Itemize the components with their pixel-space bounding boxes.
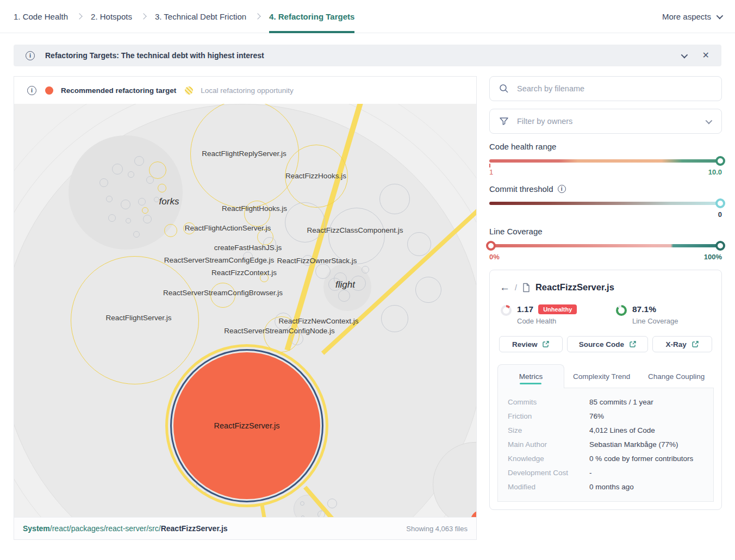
- source-code-button[interactable]: Source Code: [567, 336, 648, 352]
- file-bubble[interactable]: [317, 511, 325, 517]
- file-bubble[interactable]: [164, 224, 177, 237]
- metrics-panel: Commits85 commits / 1 yearFriction76%Siz…: [497, 388, 714, 502]
- selected-bubble-reactfizzserver[interactable]: ReactFizzServer.js: [165, 344, 328, 507]
- back-arrow-icon[interactable]: ←: [500, 282, 510, 293]
- owners-filter-placeholder: Filter by owners: [517, 117, 698, 126]
- commit-threshold-label: Commit threshold: [489, 184, 553, 194]
- package-label: flight: [335, 279, 355, 290]
- legend-local-label: Local refactoring opportunity: [201, 86, 293, 95]
- info-icon[interactable]: [26, 51, 35, 60]
- legend-recommended: Recommended refactoring target: [45, 86, 176, 95]
- commit-threshold-handle[interactable]: [715, 198, 725, 208]
- file-bubble[interactable]: [121, 200, 130, 209]
- code-health-range-label: Code health range: [489, 142, 722, 151]
- nav-refactoring-targets[interactable]: 4. Refactoring Targets: [269, 0, 354, 33]
- metric-label: Modified: [508, 483, 589, 491]
- file-bubble[interactable]: [108, 214, 116, 222]
- file-bubble[interactable]: [143, 215, 152, 223]
- file-bubble[interactable]: [138, 198, 146, 206]
- file-label[interactable]: ReactServerStreamConfigBrowser.js: [163, 289, 283, 297]
- file-bubble[interactable]: [99, 178, 108, 187]
- legend-info-icon[interactable]: [27, 86, 36, 95]
- legend-recommended-label: Recommended refactoring target: [61, 86, 176, 95]
- filter-funnel-icon: [499, 116, 509, 127]
- file-label[interactable]: ReactFizzHooks.js: [285, 172, 346, 180]
- tab-change-coupling[interactable]: Change Coupling: [639, 364, 714, 388]
- owners-filter-dropdown[interactable]: Filter by owners: [489, 109, 722, 134]
- showing-files-count: Showing 4,063 files: [406, 525, 468, 533]
- path-separator: /: [515, 283, 517, 292]
- code-health-value: 1.17: [517, 304, 533, 314]
- line-coverage-max-handle[interactable]: [715, 241, 725, 251]
- file-label[interactable]: ReactServerStreamConfigEdge.js: [164, 256, 275, 264]
- line-coverage-slider-track[interactable]: [489, 244, 722, 247]
- file-label[interactable]: ReactServerStreamConfigNode.js: [224, 327, 334, 335]
- tab-complexity-trend[interactable]: Complexity Trend: [564, 364, 639, 388]
- selected-bubble-label: ReactFizzServer.js: [168, 347, 326, 505]
- metric-label: Main Author: [508, 440, 589, 449]
- nav-code-health[interactable]: 1. Code Health: [14, 0, 68, 33]
- file-label[interactable]: ReactFizzClassComponent.js: [307, 226, 403, 234]
- file-bubble[interactable]: [112, 164, 123, 175]
- file-label[interactable]: ReactFizzOwnerStack.js: [277, 257, 357, 265]
- file-bubble[interactable]: [106, 196, 113, 202]
- metric-label: Commits: [508, 398, 589, 406]
- file-bubble[interactable]: [154, 197, 159, 202]
- metric-row: Commits85 commits / 1 year: [498, 395, 713, 409]
- file-bubble[interactable]: [338, 290, 350, 302]
- file-bubble[interactable]: [285, 202, 325, 242]
- nav-hotspots[interactable]: 2. Hotspots: [91, 0, 132, 33]
- file-label[interactable]: ReactFizzNewContext.js: [278, 317, 358, 325]
- code-health-min-handle[interactable]: [489, 164, 490, 167]
- file-bubble[interactable]: [379, 184, 410, 214]
- line-coverage-gauge-icon: [616, 305, 627, 316]
- bubble-chart[interactable]: ReactFizzServer.js ReactFlightReplyServe…: [14, 104, 476, 517]
- file-label[interactable]: ReactFlightActionServer.js: [185, 224, 271, 232]
- line-coverage-min-value: 0%: [489, 253, 500, 261]
- search-icon: [499, 83, 509, 94]
- nav-technical-debt-friction[interactable]: 3. Technical Debt Friction: [155, 0, 246, 33]
- search-input[interactable]: [517, 84, 713, 93]
- file-bubble[interactable]: [142, 207, 148, 214]
- file-bubble[interactable]: [381, 305, 408, 332]
- file-bubble[interactable]: [415, 277, 441, 303]
- file-bubble[interactable]: [315, 264, 331, 279]
- file-label[interactable]: ReactFlightHooks.js: [222, 204, 287, 213]
- file-label[interactable]: ReactFlightServer.js: [106, 314, 172, 322]
- file-label[interactable]: ReactFlightReplyServer.js: [202, 150, 286, 158]
- bubble-chart-card: Recommended refactoring target Local ref…: [14, 76, 477, 540]
- file-bubble[interactable]: [158, 184, 166, 192]
- commit-threshold-info-icon[interactable]: [558, 185, 566, 193]
- code-health-caption: Code Health: [517, 317, 577, 325]
- tab-metrics[interactable]: Metrics: [497, 364, 564, 388]
- file-bubble[interactable]: [126, 218, 131, 223]
- file-bubble[interactable]: [146, 176, 154, 184]
- xray-button-label: X-Ray: [665, 340, 686, 349]
- commit-threshold-slider-track[interactable]: [489, 202, 722, 205]
- file-bubble[interactable]: [328, 208, 385, 264]
- file-bubble[interactable]: [128, 171, 134, 178]
- file-bubble[interactable]: [407, 232, 431, 256]
- metric-label: Friction: [508, 412, 589, 420]
- collapse-banner-icon[interactable]: [681, 51, 688, 58]
- file-bubble[interactable]: [133, 231, 140, 238]
- metric-value: Sebastian Markbåge (77%): [589, 440, 678, 449]
- file-bubble[interactable]: [301, 515, 304, 517]
- file-bubble[interactable]: [362, 266, 369, 273]
- file-label[interactable]: ReactFizzContext.js: [211, 269, 277, 277]
- review-button[interactable]: Review: [499, 336, 563, 352]
- close-banner-icon[interactable]: ✕: [702, 51, 709, 60]
- file-label[interactable]: createFastHashJS.js: [214, 244, 282, 252]
- file-bubble[interactable]: [134, 156, 144, 166]
- metric-row: Knowledge0 % code by former contributors: [498, 451, 713, 465]
- recommended-target-dot-icon: [45, 86, 53, 95]
- xray-button[interactable]: X-Ray: [652, 336, 712, 352]
- path-mid: /react/packages/react-server/src/: [50, 524, 161, 533]
- line-coverage-min-handle[interactable]: [486, 241, 496, 251]
- more-aspects-button[interactable]: More aspects: [662, 12, 721, 21]
- metric-label: Size: [508, 426, 589, 434]
- code-health-max-handle[interactable]: [715, 156, 725, 166]
- search-box[interactable]: [489, 76, 722, 101]
- code-health-slider-track[interactable]: [489, 159, 722, 163]
- file-bubble[interactable]: [327, 499, 337, 508]
